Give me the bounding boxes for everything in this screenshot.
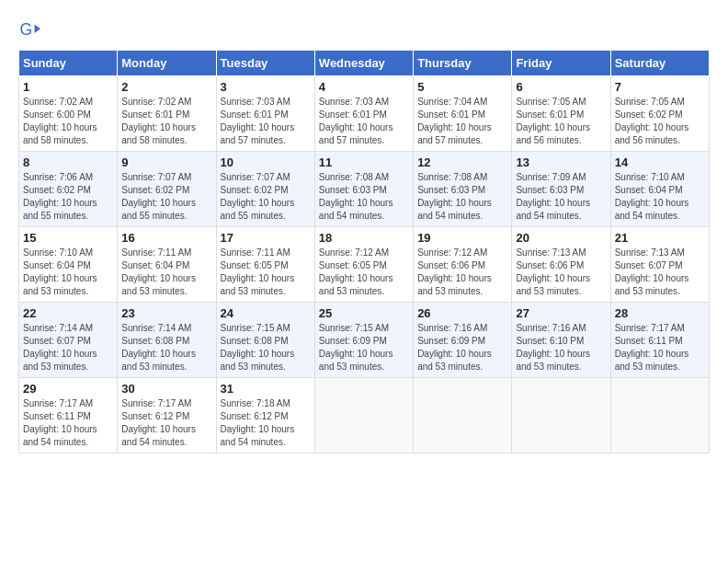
weekday-header-wednesday: Wednesday: [314, 51, 413, 76]
day-number: 30: [121, 382, 211, 396]
day-info: Sunrise: 7:08 AM Sunset: 6:03 PM Dayligh…: [417, 171, 507, 223]
day-number: 29: [23, 382, 113, 396]
day-info: Sunrise: 7:10 AM Sunset: 6:04 PM Dayligh…: [23, 247, 113, 298]
day-number: 2: [121, 80, 211, 94]
weekday-header-sunday: Sunday: [19, 51, 118, 76]
day-info: Sunrise: 7:05 AM Sunset: 6:02 PM Dayligh…: [615, 96, 705, 147]
day-number: 8: [23, 155, 113, 169]
day-info: Sunrise: 7:12 AM Sunset: 6:05 PM Dayligh…: [319, 247, 409, 298]
day-number: 5: [417, 80, 507, 94]
calendar-cell: 9 Sunrise: 7:07 AM Sunset: 6:02 PM Dayli…: [118, 152, 216, 227]
day-info: Sunrise: 7:03 AM Sunset: 6:01 PM Dayligh…: [221, 96, 311, 147]
calendar-week-2: 8 Sunrise: 7:06 AM Sunset: 6:02 PM Dayli…: [19, 152, 710, 227]
day-info: Sunrise: 7:15 AM Sunset: 6:08 PM Dayligh…: [221, 322, 311, 373]
weekday-header-row: SundayMondayTuesdayWednesdayThursdayFrid…: [19, 51, 710, 76]
day-number: 27: [516, 306, 606, 320]
calendar-cell: 6 Sunrise: 7:05 AM Sunset: 6:01 PM Dayli…: [512, 76, 610, 152]
day-info: Sunrise: 7:16 AM Sunset: 6:09 PM Dayligh…: [417, 322, 507, 373]
calendar-cell: 2 Sunrise: 7:02 AM Sunset: 6:01 PM Dayli…: [118, 76, 216, 152]
day-info: Sunrise: 7:11 AM Sunset: 6:04 PM Dayligh…: [121, 247, 211, 298]
day-info: Sunrise: 7:16 AM Sunset: 6:10 PM Dayligh…: [516, 322, 606, 373]
calendar-cell: 8 Sunrise: 7:06 AM Sunset: 6:02 PM Dayli…: [19, 152, 118, 227]
calendar-cell: 25 Sunrise: 7:15 AM Sunset: 6:09 PM Dayl…: [314, 303, 413, 378]
day-info: Sunrise: 7:10 AM Sunset: 6:04 PM Dayligh…: [615, 171, 705, 223]
day-number: 24: [221, 306, 311, 320]
day-info: Sunrise: 7:05 AM Sunset: 6:01 PM Dayligh…: [516, 96, 606, 147]
calendar-cell: 13 Sunrise: 7:09 AM Sunset: 6:03 PM Dayl…: [512, 152, 610, 227]
day-number: 12: [417, 155, 507, 169]
day-info: Sunrise: 7:06 AM Sunset: 6:02 PM Dayligh…: [23, 171, 113, 223]
day-number: 10: [221, 155, 311, 169]
calendar-cell: 23 Sunrise: 7:14 AM Sunset: 6:08 PM Dayl…: [118, 303, 216, 378]
calendar: SundayMondayTuesdayWednesdayThursdayFrid…: [18, 50, 710, 454]
svg-marker-1: [35, 24, 40, 33]
day-info: Sunrise: 7:03 AM Sunset: 6:01 PM Dayligh…: [319, 96, 409, 147]
day-number: 4: [319, 80, 409, 94]
day-info: Sunrise: 7:07 AM Sunset: 6:02 PM Dayligh…: [121, 171, 211, 223]
weekday-header-saturday: Saturday: [610, 51, 709, 76]
calendar-cell: 18 Sunrise: 7:12 AM Sunset: 6:05 PM Dayl…: [314, 227, 413, 303]
logo-icon: G: [18, 18, 40, 40]
day-info: Sunrise: 7:11 AM Sunset: 6:05 PM Dayligh…: [221, 247, 311, 298]
calendar-cell: 21 Sunrise: 7:13 AM Sunset: 6:07 PM Dayl…: [610, 227, 709, 303]
day-number: 11: [319, 155, 409, 169]
day-info: Sunrise: 7:08 AM Sunset: 6:03 PM Dayligh…: [319, 171, 409, 223]
weekday-header-monday: Monday: [118, 51, 216, 76]
calendar-cell: 20 Sunrise: 7:13 AM Sunset: 6:06 PM Dayl…: [512, 227, 610, 303]
day-number: 23: [121, 306, 211, 320]
calendar-cell: [314, 378, 413, 454]
calendar-cell: 4 Sunrise: 7:03 AM Sunset: 6:01 PM Dayli…: [314, 76, 413, 152]
calendar-week-5: 29 Sunrise: 7:17 AM Sunset: 6:11 PM Dayl…: [19, 378, 710, 454]
calendar-week-4: 22 Sunrise: 7:14 AM Sunset: 6:07 PM Dayl…: [19, 303, 710, 378]
day-number: 1: [23, 80, 113, 94]
day-info: Sunrise: 7:18 AM Sunset: 6:12 PM Dayligh…: [221, 397, 311, 449]
day-number: 18: [319, 231, 409, 245]
calendar-cell: 15 Sunrise: 7:10 AM Sunset: 6:04 PM Dayl…: [19, 227, 118, 303]
svg-text:G: G: [20, 20, 33, 39]
day-number: 26: [417, 306, 507, 320]
day-info: Sunrise: 7:12 AM Sunset: 6:06 PM Dayligh…: [417, 247, 507, 298]
calendar-cell: 27 Sunrise: 7:16 AM Sunset: 6:10 PM Dayl…: [512, 303, 610, 378]
day-info: Sunrise: 7:02 AM Sunset: 6:01 PM Dayligh…: [121, 96, 211, 147]
day-info: Sunrise: 7:17 AM Sunset: 6:12 PM Dayligh…: [121, 397, 211, 449]
calendar-cell: 24 Sunrise: 7:15 AM Sunset: 6:08 PM Dayl…: [216, 303, 314, 378]
calendar-cell: 17 Sunrise: 7:11 AM Sunset: 6:05 PM Dayl…: [216, 227, 314, 303]
calendar-cell: 30 Sunrise: 7:17 AM Sunset: 6:12 PM Dayl…: [118, 378, 216, 454]
day-number: 15: [23, 231, 113, 245]
calendar-body: 1 Sunrise: 7:02 AM Sunset: 6:00 PM Dayli…: [19, 76, 710, 454]
day-number: 6: [516, 80, 606, 94]
weekday-header-tuesday: Tuesday: [216, 51, 314, 76]
day-info: Sunrise: 7:15 AM Sunset: 6:09 PM Dayligh…: [319, 322, 409, 373]
header: G: [18, 18, 710, 40]
day-info: Sunrise: 7:14 AM Sunset: 6:07 PM Dayligh…: [23, 322, 113, 373]
day-number: 19: [417, 231, 507, 245]
calendar-cell: 22 Sunrise: 7:14 AM Sunset: 6:07 PM Dayl…: [19, 303, 118, 378]
day-number: 7: [615, 80, 705, 94]
calendar-cell: 31 Sunrise: 7:18 AM Sunset: 6:12 PM Dayl…: [216, 378, 314, 454]
day-number: 21: [615, 231, 705, 245]
day-number: 22: [23, 306, 113, 320]
day-number: 28: [615, 306, 705, 320]
weekday-header-thursday: Thursday: [414, 51, 512, 76]
day-number: 14: [615, 155, 705, 169]
calendar-cell: 14 Sunrise: 7:10 AM Sunset: 6:04 PM Dayl…: [610, 152, 709, 227]
calendar-cell: 1 Sunrise: 7:02 AM Sunset: 6:00 PM Dayli…: [19, 76, 118, 152]
day-info: Sunrise: 7:13 AM Sunset: 6:07 PM Dayligh…: [615, 247, 705, 298]
calendar-cell: 3 Sunrise: 7:03 AM Sunset: 6:01 PM Dayli…: [216, 76, 314, 152]
day-info: Sunrise: 7:13 AM Sunset: 6:06 PM Dayligh…: [516, 247, 606, 298]
calendar-cell: 29 Sunrise: 7:17 AM Sunset: 6:11 PM Dayl…: [19, 378, 118, 454]
calendar-cell: 7 Sunrise: 7:05 AM Sunset: 6:02 PM Dayli…: [610, 76, 709, 152]
calendar-cell: [610, 378, 709, 454]
day-info: Sunrise: 7:09 AM Sunset: 6:03 PM Dayligh…: [516, 171, 606, 223]
day-info: Sunrise: 7:17 AM Sunset: 6:11 PM Dayligh…: [615, 322, 705, 373]
day-number: 9: [121, 155, 211, 169]
logo: G: [18, 18, 44, 40]
day-number: 31: [221, 382, 311, 396]
calendar-cell: 12 Sunrise: 7:08 AM Sunset: 6:03 PM Dayl…: [414, 152, 512, 227]
day-number: 3: [221, 80, 311, 94]
weekday-header-friday: Friday: [512, 51, 610, 76]
calendar-cell: [512, 378, 610, 454]
calendar-cell: [414, 378, 512, 454]
calendar-cell: 16 Sunrise: 7:11 AM Sunset: 6:04 PM Dayl…: [118, 227, 216, 303]
day-number: 20: [516, 231, 606, 245]
